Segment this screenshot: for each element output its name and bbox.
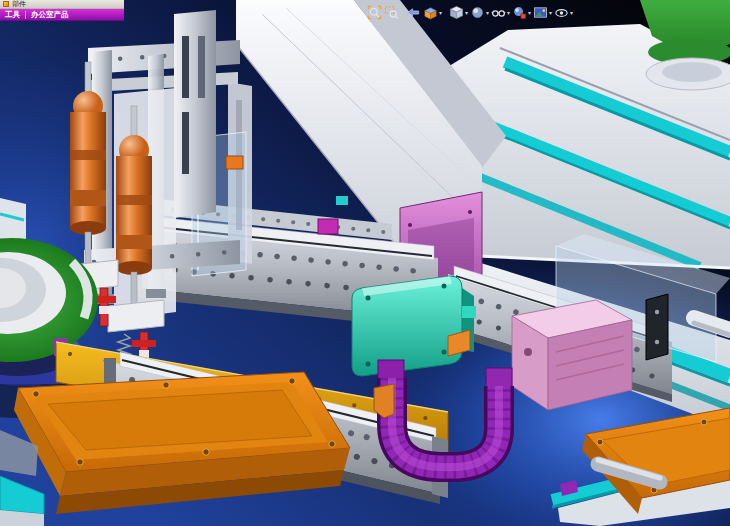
clamp-bar xyxy=(132,340,156,347)
zoom-to-area-button[interactable] xyxy=(383,3,400,21)
command-tab-tools[interactable]: 工具 xyxy=(5,10,20,20)
black-bracket xyxy=(646,294,668,360)
screw xyxy=(203,449,209,455)
command-tab-office-products[interactable]: 办公室产品 xyxy=(31,10,69,20)
band xyxy=(116,235,152,249)
application-window: 部件 工具 办公室产品 ▾ xyxy=(0,0,730,526)
display-style-icon xyxy=(470,5,485,20)
chain-mount-top xyxy=(378,360,404,380)
extrusion-column xyxy=(174,10,216,218)
screw xyxy=(701,419,707,425)
screw xyxy=(655,340,659,344)
view-settings-button[interactable]: ▾ xyxy=(553,3,574,21)
app-icon xyxy=(3,1,9,7)
chain-mount-right xyxy=(486,368,512,388)
zoom-to-fit-button[interactable] xyxy=(366,3,383,21)
orange-sensor xyxy=(226,156,243,169)
section-view-icon xyxy=(423,5,438,20)
clamp-label xyxy=(99,306,109,314)
orange-bracket xyxy=(374,384,394,418)
view-orientation-icon xyxy=(449,5,464,20)
screw xyxy=(468,210,472,214)
zoom-to-area-icon xyxy=(384,5,399,20)
app-tab-row: 部件 xyxy=(0,0,124,9)
screw xyxy=(77,459,83,465)
tab-separator xyxy=(25,11,26,19)
mount-block xyxy=(108,300,164,332)
screw xyxy=(366,296,371,301)
cylinder-body xyxy=(116,156,152,268)
app-tab-label[interactable]: 部件 xyxy=(12,0,26,8)
screw xyxy=(597,439,603,445)
dropdown-caret: ▾ xyxy=(549,9,552,16)
dropdown-caret: ▾ xyxy=(465,9,468,16)
hide-show-items-button[interactable]: ▾ xyxy=(490,3,511,21)
band xyxy=(116,195,152,205)
t-slot xyxy=(182,36,189,98)
screw xyxy=(442,284,447,289)
screw xyxy=(33,391,39,397)
t-slot xyxy=(198,36,205,98)
previous-view-button[interactable] xyxy=(405,3,422,21)
teal-servo-motor[interactable] xyxy=(352,276,476,376)
screw xyxy=(289,378,295,384)
screw xyxy=(163,382,169,388)
edit-appearance-button[interactable]: ▾ xyxy=(511,3,532,21)
dropdown-caret: ▾ xyxy=(570,9,573,16)
t-slot xyxy=(182,112,189,174)
hide-show-items-icon xyxy=(491,5,506,20)
ring-inner xyxy=(662,62,722,82)
apply-scene-icon xyxy=(533,5,548,20)
apply-scene-button[interactable]: ▾ xyxy=(532,3,553,21)
band xyxy=(70,190,106,206)
section-view-button[interactable]: ▾ xyxy=(422,3,443,21)
command-tab-bar: 工具 办公室产品 xyxy=(0,9,124,21)
foot-block xyxy=(146,289,166,298)
display-style-button[interactable]: ▾ xyxy=(469,3,490,21)
dropdown-caret: ▾ xyxy=(486,9,489,16)
dropdown-caret: ▾ xyxy=(439,9,442,16)
cyan-sensor xyxy=(336,196,348,205)
screw xyxy=(655,310,659,314)
connector xyxy=(462,306,476,318)
headsup-view-toolbar: ▾ ▾ ▾ ▾ ▾ ▾ xyxy=(366,3,574,21)
zoom-to-fit-icon xyxy=(367,5,382,20)
screw xyxy=(408,223,412,227)
edit-appearance-icon xyxy=(512,5,527,20)
screw xyxy=(366,362,371,367)
dropdown-caret: ▾ xyxy=(528,9,531,16)
graphics-area[interactable] xyxy=(0,0,730,526)
dropdown-caret: ▾ xyxy=(507,9,510,16)
previous-view-icon xyxy=(406,5,421,20)
window-tab-fragment: 部件 工具 办公室产品 xyxy=(0,0,124,21)
magenta-sensor xyxy=(318,219,338,234)
view-settings-icon xyxy=(554,5,569,20)
view-orientation-button[interactable]: ▾ xyxy=(448,3,469,21)
cylinder-body xyxy=(70,112,106,228)
screw xyxy=(329,441,335,447)
shaft xyxy=(524,348,532,356)
band xyxy=(70,150,106,160)
pink-stepper-motor[interactable] xyxy=(512,300,632,410)
screw xyxy=(442,350,447,355)
